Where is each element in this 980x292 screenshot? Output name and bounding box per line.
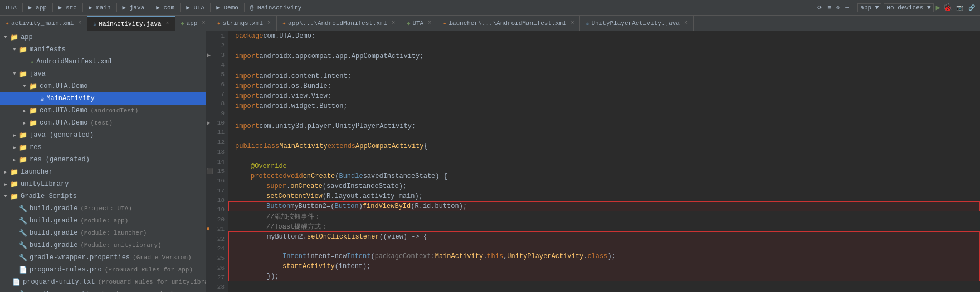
fold-icon[interactable]: ▶ bbox=[207, 120, 211, 126]
tab-xml-icon: ✦ bbox=[282, 20, 286, 27]
sidebar-item-label: build.gradle bbox=[30, 241, 77, 249]
structure-icon[interactable]: ≣ bbox=[826, 3, 832, 12]
line-10: ▶10 bbox=[206, 118, 228, 127]
sidebar-item-proguard-unity[interactable]: 📄 proguard-unity.txt (ProGuard Rules for… bbox=[0, 276, 206, 288]
line-9: 9 bbox=[206, 108, 228, 118]
tab-close[interactable]: × bbox=[267, 20, 271, 26]
run-button[interactable]: ▶ bbox=[936, 3, 940, 12]
tab-unityplayer-java[interactable]: ☕ UnityPlayerActivity.java × bbox=[580, 16, 693, 31]
tab-label: strings.xml bbox=[222, 20, 263, 27]
sidebar-item-manifests[interactable]: ▼ 📁 manifests bbox=[0, 43, 206, 56]
toolbar-mainactivity[interactable]: @ MainActivity bbox=[248, 3, 304, 12]
sync-icon[interactable]: ⟳ bbox=[816, 3, 823, 12]
sidebar-item-java-generated[interactable]: ▶ 📁 java (generated) bbox=[0, 129, 206, 141]
line-number: 26 bbox=[217, 265, 225, 271]
code-line-11 bbox=[228, 131, 980, 141]
settings-icon[interactable]: ⚙ bbox=[835, 3, 841, 12]
code-line-13 bbox=[228, 151, 980, 161]
code-area[interactable]: package com.UTA.Demo; import androidx.ap… bbox=[228, 31, 980, 292]
line-26: 26 bbox=[206, 263, 228, 273]
line-4: 4 bbox=[206, 60, 228, 70]
arrow-icon: ▼ bbox=[11, 47, 18, 52]
sidebar-item-app[interactable]: ▼ 📁 app bbox=[0, 31, 206, 43]
sidebar-item-sublabel: (Project: UTA) bbox=[80, 205, 131, 212]
gradle-icon: 🔧 bbox=[19, 217, 27, 225]
sep4 bbox=[116, 3, 117, 12]
sidebar-item-build-gradle-app[interactable]: 🔧 build.gradle (Module: app) bbox=[0, 215, 206, 227]
tab-app[interactable]: ◆ app × bbox=[175, 16, 212, 31]
debug-button[interactable]: 🐞 bbox=[943, 3, 952, 12]
sidebar-item-java[interactable]: ▼ 📁 java bbox=[0, 68, 206, 80]
sidebar-item-build-gradle-unity[interactable]: 🔧 build.gradle (Module: unityLibrary) bbox=[0, 239, 206, 251]
tab-launcher-manifest-xml[interactable]: ✦ launcher\...\AndroidManifest.xml × bbox=[437, 16, 580, 31]
line-number: 18 bbox=[217, 197, 225, 204]
tab-uta[interactable]: ◆ UTA × bbox=[401, 16, 437, 31]
line-number: 16 bbox=[217, 177, 225, 184]
tab-close[interactable]: × bbox=[684, 20, 688, 26]
sidebar-item-unitylibrary[interactable]: ▶ 📁 unityLibrary bbox=[0, 178, 206, 190]
code-line-16: super.onCreate(savedInstanceState); bbox=[228, 181, 980, 191]
line-14: 14 bbox=[206, 157, 228, 166]
sidebar-item-androidmanifest[interactable]: ✦ AndroidManifest.xml bbox=[0, 56, 206, 68]
code-line-9 bbox=[228, 111, 980, 121]
line-number: 15 bbox=[217, 168, 225, 175]
toolbar-demo[interactable]: ▶ Demo bbox=[214, 3, 241, 12]
tab-activity-main-xml[interactable]: ✦ activity_main.xml × bbox=[0, 16, 87, 31]
sidebar-item-build-gradle-launcher[interactable]: 🔧 build.gradle (Module: launcher) bbox=[0, 227, 206, 239]
sidebar-item-label: com.UTA.Demo bbox=[40, 82, 87, 90]
line-24: 24 bbox=[206, 244, 228, 253]
sidebar-item-label: proguard-unity.txt bbox=[23, 278, 95, 286]
line-number: 7 bbox=[221, 91, 225, 97]
app-dropdown[interactable]: app ▼ bbox=[857, 3, 881, 12]
toolbar-uta2[interactable]: ▶ UTA bbox=[184, 3, 207, 12]
sidebar-item-proguard-rules[interactable]: 📄 proguard-rules.pro (ProGuard Rules for… bbox=[0, 264, 206, 276]
sidebar-item-com-uta-demo-androidtest[interactable]: ▶ 📁 com.UTA.Demo (androidTest) bbox=[0, 105, 206, 117]
sidebar-item-mainactivity[interactable]: ☕ MainActivity bbox=[0, 92, 206, 105]
fold-icon[interactable]: ▶ bbox=[207, 52, 211, 58]
tab-strings-xml[interactable]: ✦ strings.xml × bbox=[211, 16, 277, 31]
sidebar-item-build-gradle-project[interactable]: 🔧 build.gradle (Project: UTA) bbox=[0, 202, 206, 215]
tab-close[interactable]: × bbox=[571, 20, 574, 26]
sidebar-item-gradle-properties[interactable]: 🔧 gradle.properties (Project Properties) bbox=[0, 288, 206, 292]
tab-close[interactable]: × bbox=[166, 21, 169, 27]
code-line-3: import androidx.appcompat.app.AppCompatA… bbox=[228, 51, 980, 61]
tab-app-manifest-xml[interactable]: ✦ app\...\AndroidManifest.xml × bbox=[277, 16, 401, 31]
profile-icon[interactable]: 📷 bbox=[954, 3, 964, 12]
sidebar-item-launcher[interactable]: ▶ 📁 launcher bbox=[0, 166, 206, 178]
toolbar-app[interactable]: ▶ app bbox=[26, 3, 49, 12]
sidebar-item-gradle-scripts[interactable]: ▼ 📁 Gradle Scripts bbox=[0, 190, 206, 202]
arrow-icon: ▶ bbox=[21, 120, 28, 126]
minimize-icon[interactable]: — bbox=[844, 3, 850, 12]
tab-close[interactable]: × bbox=[392, 20, 395, 26]
gutter-dot-icon: ● bbox=[206, 225, 210, 233]
sidebar-item-res-generated[interactable]: ▶ 📁 res (generated) bbox=[0, 154, 206, 166]
toolbar-main[interactable]: ▶ main bbox=[86, 3, 113, 12]
line-6: 6 bbox=[206, 80, 228, 89]
line-3: ▶3 bbox=[206, 51, 228, 60]
arrow-icon: ▶ bbox=[11, 132, 18, 138]
tab-app-icon: ◆ bbox=[181, 20, 184, 27]
sidebar-item-com-uta-demo-test[interactable]: ▶ 📁 com.UTA.Demo (test) bbox=[0, 117, 206, 129]
code-line-12: public class MainActivity extends AppCom… bbox=[228, 141, 980, 151]
editor-area: 1 2 ▶3 4 5 6 7 8 9 ▶10 11 12 13 14 ⬛15 1… bbox=[206, 31, 980, 292]
tab-close[interactable]: × bbox=[428, 20, 431, 26]
sidebar-item-gradle-wrapper[interactable]: 🔧 gradle-wrapper.properties (Gradle Vers… bbox=[0, 251, 206, 264]
tab-close[interactable]: × bbox=[202, 20, 205, 26]
tab-close[interactable]: × bbox=[78, 20, 81, 26]
sep9 bbox=[854, 3, 854, 12]
toolbar-java[interactable]: ▶ java bbox=[120, 3, 147, 12]
toolbar-uta[interactable]: UTA bbox=[3, 3, 19, 12]
toolbar-com[interactable]: ▶ com bbox=[154, 3, 177, 12]
line-number: 24 bbox=[217, 245, 225, 252]
line-25: 25 bbox=[206, 254, 228, 263]
attach-icon[interactable]: 🔗 bbox=[967, 3, 977, 12]
tab-label: MainActivity.java bbox=[99, 21, 161, 27]
code-line-20: //Toast提醒方式： bbox=[228, 221, 980, 231]
toolbar-src[interactable]: ▶ src bbox=[56, 3, 79, 12]
tab-mainactivity-java[interactable]: ☕ MainActivity.java × bbox=[87, 16, 175, 31]
line-7: 7 bbox=[206, 89, 228, 98]
sidebar-item-com-uta-demo[interactable]: ▼ 📁 com.UTA.Demo bbox=[0, 80, 206, 92]
code-line-4 bbox=[228, 61, 980, 71]
device-dropdown[interactable]: No devices ▼ bbox=[884, 3, 933, 12]
sidebar-item-res[interactable]: ▶ 📁 res bbox=[0, 141, 206, 154]
